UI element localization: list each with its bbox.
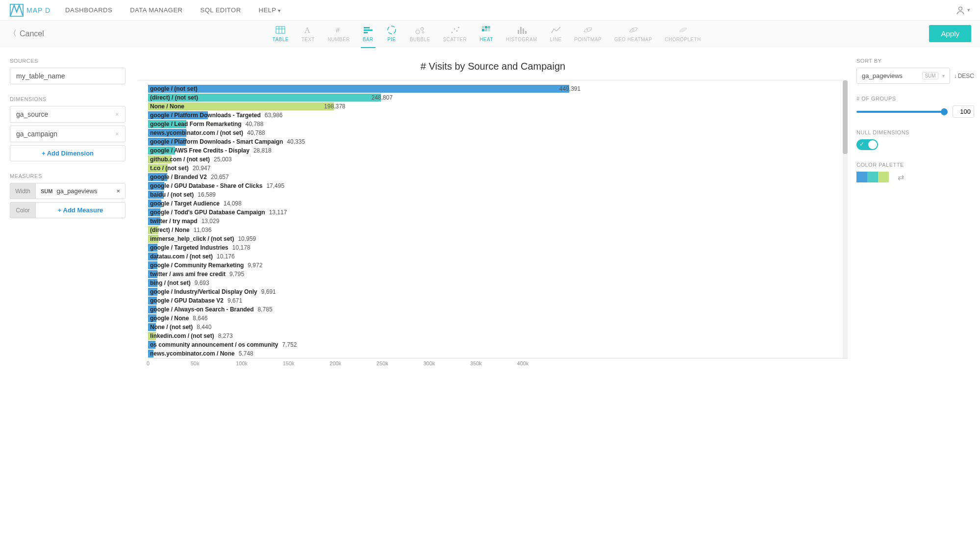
slider-knob[interactable]: [941, 108, 948, 115]
svg-rect-24: [488, 29, 490, 31]
scrollbar-thumb[interactable]: [843, 80, 848, 154]
bar-row[interactable]: google / None8,646: [138, 314, 848, 323]
chart-type-label: GEO HEATMAP: [614, 37, 652, 42]
bar-value: 20,947: [193, 165, 211, 172]
bar-row[interactable]: (direct) / None11,036: [138, 226, 848, 234]
nav-sql-editor[interactable]: SQL EDITOR: [201, 6, 241, 14]
bar-label: google / Industry/Vertical Display Only: [150, 288, 257, 295]
chart-type-pointmap[interactable]: POINTMAP: [575, 25, 602, 42]
chart-type-pie[interactable]: PIE: [386, 25, 397, 42]
bar-row[interactable]: github.com / (not set)25,003: [138, 155, 848, 164]
chart-type-line[interactable]: LINE: [550, 25, 562, 42]
bar-row[interactable]: google / AWS Free Credits - Display28,81…: [138, 146, 848, 155]
bar-row[interactable]: news.ycombinator.com / (not set)40,788: [138, 128, 848, 137]
chart-type-selector: TABLEATEXT#NUMBERBARPIEBUBBLESCATTERHEAT…: [44, 25, 930, 42]
chart-type-bar[interactable]: BAR: [363, 25, 374, 42]
add-measure-button[interactable]: + Add Measure: [35, 202, 126, 218]
bar-row[interactable]: google / GPU Database - Share of Clicks1…: [138, 181, 848, 190]
bar-row[interactable]: google / Lead Form Remarketing40,788: [138, 120, 848, 128]
bar-row[interactable]: twitter / try mapd13,029: [138, 217, 848, 226]
chart-type-choropleth[interactable]: CHOROPLETH: [665, 25, 701, 42]
null-dimensions-label: NULL DIMENSIONS: [856, 129, 974, 135]
chart-type-geo-heatmap[interactable]: GEO HEATMAP: [614, 25, 652, 42]
bar-row[interactable]: google / Target Audience14,098: [138, 199, 848, 208]
bar-row[interactable]: datatau.com / (not set)10,176: [138, 252, 848, 261]
dimension-field[interactable]: ga_source×: [10, 106, 126, 123]
bar-label-group: google / Targeted Industries10,178: [150, 244, 251, 251]
bar-value: 9,693: [195, 280, 209, 286]
bar-row[interactable]: (direct) / (not set)248,807: [138, 93, 848, 102]
svg-point-30: [631, 28, 634, 31]
axis-tick: 250k: [377, 358, 388, 366]
sort-direction-button[interactable]: ↓DESC: [954, 73, 974, 79]
chart-type-bubble[interactable]: BUBBLE: [410, 25, 430, 42]
chart-type-histogram[interactable]: HISTOGRAM: [506, 25, 537, 42]
palette-swatches[interactable]: [856, 172, 889, 182]
bar-row[interactable]: t.co / (not set)20,947: [138, 164, 848, 173]
bar-row[interactable]: google / Platform Downloads - Targeted63…: [138, 111, 848, 120]
bar-label-group: google / Todd's GPU Database Campaign13,…: [150, 209, 287, 216]
null-dimensions-toggle[interactable]: ✓: [856, 139, 878, 150]
bar-label-group: os community announcement / os community…: [150, 341, 297, 348]
bar-chart: google / (not set)449,391(direct) / (not…: [138, 80, 848, 368]
bar-row[interactable]: news.ycombinator.com / None5,748: [138, 349, 848, 358]
cancel-label: Cancel: [20, 29, 44, 38]
palette-settings-icon[interactable]: ⇄: [898, 173, 904, 182]
measure-width-field[interactable]: SUMga_pageviews ×: [35, 183, 126, 199]
bar-row[interactable]: None / (not set)8,440: [138, 323, 848, 332]
chart-type-text[interactable]: ATEXT: [302, 25, 315, 42]
nav-dashboards[interactable]: DASHBOARDS: [65, 6, 112, 14]
apply-button[interactable]: Apply: [929, 25, 971, 42]
bar-row[interactable]: linkedin.com / (not set)8,273: [138, 332, 848, 340]
choropleth-icon: [678, 25, 688, 35]
bar-row[interactable]: google / Platform Downloads - Smart Camp…: [138, 137, 848, 146]
svg-rect-25: [518, 30, 519, 34]
remove-measure-icon[interactable]: ×: [116, 187, 120, 195]
remove-dimension-icon[interactable]: ×: [115, 130, 119, 138]
bar-row[interactable]: google / Targeted Industries10,178: [138, 243, 848, 252]
add-dimension-button[interactable]: + Add Dimension: [10, 145, 126, 161]
user-menu[interactable]: ▾: [955, 5, 970, 15]
svg-point-12: [416, 30, 420, 34]
cancel-button[interactable]: 〈 Cancel: [9, 28, 44, 39]
bar-row[interactable]: google / Branded V220,657: [138, 173, 848, 181]
chart-type-heat[interactable]: HEAT: [479, 25, 493, 42]
geo-heatmap-icon: [628, 25, 639, 35]
bar-label-group: google / GPU Database - Share of Clicks1…: [150, 182, 284, 189]
palette-label: COLOR PALETTE: [856, 162, 974, 168]
bar-row[interactable]: google / GPU Database V29,671: [138, 296, 848, 305]
bar-value: 248,807: [371, 94, 392, 101]
source-select[interactable]: my_table_name: [10, 68, 126, 84]
bar-row[interactable]: baidu / (not set)16,589: [138, 190, 848, 199]
bar-row[interactable]: google / Industry/Vertical Display Only9…: [138, 287, 848, 296]
svg-text:#: #: [336, 26, 340, 34]
bar-value: 40,788: [247, 129, 265, 136]
bar-row[interactable]: google / Todd's GPU Database Campaign13,…: [138, 208, 848, 217]
bar-label: news.ycombinator.com / (not set): [150, 129, 243, 136]
bar-label-group: google / Always-on Search - Branded8,785: [150, 306, 273, 313]
bar-row[interactable]: immerse_help_click / (not set)10,959: [138, 234, 848, 243]
chart-type-number[interactable]: #NUMBER: [327, 25, 350, 42]
nav-data-manager[interactable]: DATA MANAGER: [130, 6, 182, 14]
bar-row[interactable]: google / Community Remarketing9,972: [138, 261, 848, 270]
nav-help[interactable]: HELP: [259, 6, 281, 14]
bar-row[interactable]: google / (not set)449,391: [138, 84, 848, 93]
bar-value: 28,818: [253, 147, 272, 154]
bar-row[interactable]: bing / (not set)9,693: [138, 279, 848, 287]
bar-row[interactable]: google / Always-on Search - Branded8,785: [138, 305, 848, 314]
bar-row[interactable]: os community announcement / os community…: [138, 340, 848, 349]
sortby-field[interactable]: ga_pageviews SUM ▾: [856, 68, 950, 84]
bar-row[interactable]: None / None198,378: [138, 102, 848, 111]
bar-label: google / GPU Database V2: [150, 297, 224, 304]
dimension-field[interactable]: ga_campaign×: [10, 126, 126, 142]
groups-slider[interactable]: [856, 111, 948, 113]
chart-type-label: HISTOGRAM: [506, 37, 537, 42]
chart-type-label: NUMBER: [327, 37, 350, 42]
chart-type-table[interactable]: TABLE: [273, 25, 289, 42]
groups-input[interactable]: [953, 105, 974, 118]
chart-type-scatter[interactable]: SCATTER: [443, 25, 467, 42]
chart-type-label: POINTMAP: [575, 37, 602, 42]
remove-dimension-icon[interactable]: ×: [115, 110, 119, 118]
sortby-agg-chip: SUM: [922, 72, 938, 79]
bar-row[interactable]: twitter / aws ami free credit9,795: [138, 270, 848, 279]
